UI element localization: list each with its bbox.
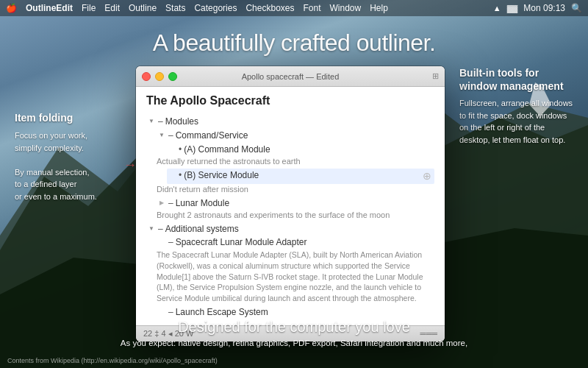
menu-file[interactable]: File	[82, 3, 96, 13]
battery-icon: ▓▓	[507, 4, 518, 13]
apple-menu[interactable]: 🍎	[6, 3, 17, 13]
item-desc-sla: The Spacecraft Lunar Module Adapter (SLA…	[157, 250, 434, 303]
disclosure-cmd-module	[167, 144, 177, 155]
item-text-svc-module[interactable]: (B) Service Module	[184, 169, 259, 182]
maximize-button[interactable]	[168, 72, 177, 81]
menubar-left: 🍎 OutlineEdit File Edit Outline Stats Ca…	[6, 3, 388, 13]
add-item-button[interactable]: ⊕	[420, 169, 434, 184]
outline-item-les: – Launch Escape System	[157, 305, 434, 319]
menubar-right: ▲ ▓▓ Mon 09:13 🔍	[493, 3, 582, 13]
disclosure-svc-module	[167, 170, 177, 180]
item-text-additional: Additional systems	[165, 223, 239, 236]
outline-item-sla: – Spacecraft Lunar Module Adapter	[157, 236, 434, 250]
bottom-title: Designed for the computer you love	[0, 319, 588, 336]
disclosure-additional[interactable]: ▼	[146, 224, 157, 234]
doc-title: The Apollo Spacecraft	[146, 94, 434, 107]
outline-item-cmd-module: • (A) Command Module	[167, 143, 434, 157]
app-name[interactable]: OutlineEdit	[26, 3, 73, 13]
item-text-sla: Spacecraft Lunar Module Adapter	[176, 236, 307, 249]
menu-checkboxes[interactable]: Checkboxes	[245, 3, 294, 13]
item-text-cmdservice: Command/Service	[176, 130, 248, 142]
right-feature: Built-in tools for window management Ful…	[459, 66, 577, 146]
outline-item-modules: ▼ – Modules	[146, 115, 434, 129]
menu-outline[interactable]: Outline	[129, 3, 157, 13]
right-feature-desc: Fullscreen, arrange all windows to fit t…	[459, 97, 577, 146]
window-buttons	[142, 72, 177, 81]
disclosure-modules[interactable]: ▼	[146, 116, 157, 127]
item-text-modules: Modules	[165, 116, 198, 128]
app-window: Apollo spacecraft — Edited ⊞ The Apollo …	[136, 66, 445, 342]
left-feature: Item folding Focus on your work, simplif…	[15, 112, 118, 202]
item-text-cmd-module: (A) Command Module	[184, 144, 270, 156]
menu-edit[interactable]: Edit	[104, 3, 120, 13]
left-feature-title: Item folding	[15, 112, 118, 124]
item-desc-cmd-module: Actually returned the astronauts to eart…	[157, 156, 434, 166]
outline-item-svc-module: • (B) Service Module ⊕	[167, 169, 434, 185]
expand-button[interactable]: ⊞	[432, 71, 439, 81]
item-desc-lunar: Brought 2 astronauts and experiments to …	[157, 210, 434, 220]
wifi-icon: ▲	[493, 4, 501, 13]
disclosure-cmdservice[interactable]: ▼	[157, 130, 167, 141]
disclosure-les	[157, 307, 167, 317]
left-feature-desc: Focus on your work, simplify complexity.…	[15, 130, 118, 202]
menu-font[interactable]: Font	[304, 3, 321, 13]
bottom-subtitle: As you expect: native design, retina gra…	[0, 339, 588, 347]
titlebar: Apollo spacecraft — Edited ⊞	[136, 66, 445, 87]
doc-content: The Apollo Spacecraft ▼ – Modules ▼ – Co…	[136, 87, 445, 325]
fold-arrow-indicator: →	[123, 158, 137, 173]
item-text-les: Launch Escape System	[176, 306, 268, 319]
main-overlay: A beautifully crafted outliner. Item fol…	[0, 16, 588, 368]
menu-window[interactable]: Window	[330, 3, 362, 13]
menu-help[interactable]: Help	[370, 3, 388, 13]
bottom-text: Designed for the computer you love As yo…	[0, 319, 588, 347]
outline-item-cmdservice: ▼ – Command/Service	[157, 129, 434, 143]
right-feature-title: Built-in tools for window management	[459, 66, 577, 93]
search-icon[interactable]: 🔍	[571, 3, 582, 13]
item-text-lunar: Lunar Module	[176, 197, 229, 210]
minimize-button[interactable]	[155, 72, 164, 81]
disclosure-sla	[157, 237, 167, 247]
headline: A beautifully crafted outliner.	[0, 29, 588, 57]
menubar: 🍎 OutlineEdit File Edit Outline Stats Ca…	[0, 0, 588, 16]
disclosure-lunar[interactable]: ▶	[157, 198, 167, 208]
close-button[interactable]	[142, 72, 151, 81]
menu-categories[interactable]: Categories	[194, 3, 237, 13]
outline-item-additional: ▼ – Additional systems	[146, 222, 434, 236]
datetime: Mon 09:13	[523, 3, 565, 13]
outline-item-lunar: ▶ – Lunar Module	[157, 197, 434, 210]
copyright: Contents from Wikipedia (http://en.wikip…	[7, 357, 218, 364]
item-desc-svc-module: Didn't return after mission	[157, 184, 434, 194]
window-title: Apollo spacecraft — Edited	[242, 72, 340, 81]
menu-stats[interactable]: Stats	[165, 3, 185, 13]
